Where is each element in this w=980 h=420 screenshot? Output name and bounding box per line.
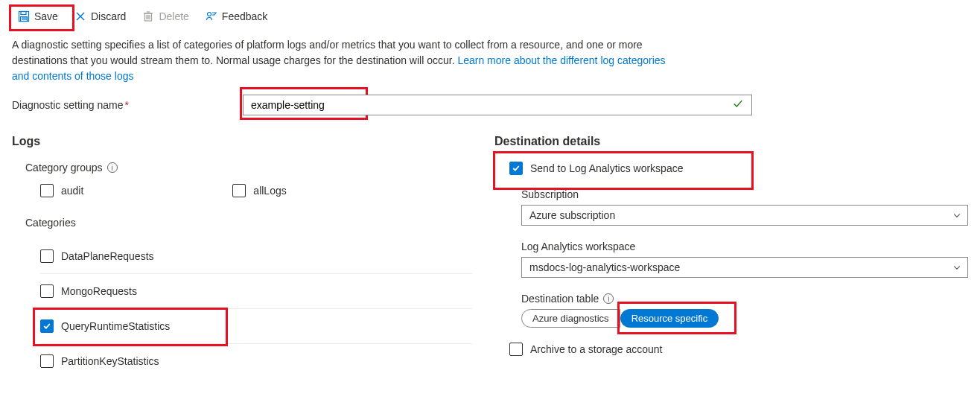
- audit-checkbox[interactable]: [40, 184, 54, 197]
- destination-table-label: Destination table i: [521, 293, 968, 305]
- chevron-down-icon: [952, 211, 961, 220]
- categories-label: Categories: [25, 217, 472, 229]
- dataplane-checkbox[interactable]: [40, 249, 54, 263]
- workspace-select[interactable]: msdocs-log-analytics-workspace: [521, 257, 968, 278]
- description-text: A diagnostic setting specifies a list of…: [12, 37, 667, 84]
- feedback-label: Feedback: [222, 10, 267, 22]
- svg-rect-1: [21, 12, 26, 15]
- delete-button: Delete: [136, 7, 194, 25]
- subscription-select[interactable]: Azure subscription: [521, 205, 968, 226]
- discard-button[interactable]: Discard: [69, 7, 132, 25]
- close-icon: [74, 10, 86, 22]
- logs-heading: Logs: [12, 135, 472, 148]
- save-icon: [18, 10, 30, 22]
- feedback-icon: [206, 10, 217, 22]
- query-checkbox[interactable]: [40, 319, 54, 333]
- setting-name-label: Diagnostic setting name*: [12, 99, 243, 111]
- setting-name-input[interactable]: [243, 95, 752, 115]
- archive-checkbox[interactable]: [509, 343, 523, 356]
- mongo-checkbox[interactable]: [40, 284, 54, 298]
- discard-label: Discard: [91, 10, 126, 22]
- mongo-label: MongoRequests: [61, 285, 137, 297]
- send-log-analytics-label: Send to Log Analytics workspace: [530, 162, 683, 174]
- delete-label: Delete: [159, 10, 188, 22]
- azure-diagnostics-pill[interactable]: Azure diagnostics: [521, 309, 620, 328]
- destination-heading: Destination details: [494, 135, 968, 148]
- info-icon[interactable]: i: [107, 162, 118, 173]
- archive-label: Archive to a storage account: [530, 343, 662, 355]
- info-icon[interactable]: i: [603, 293, 614, 304]
- partition-label: PartitionKeyStatistics: [61, 355, 159, 367]
- trash-icon: [142, 10, 154, 22]
- category-groups-label: Category groups i: [25, 162, 472, 174]
- feedback-button[interactable]: Feedback: [200, 7, 273, 25]
- audit-label: audit: [61, 185, 83, 197]
- save-button[interactable]: Save: [12, 7, 64, 25]
- valid-check-icon: [733, 99, 743, 112]
- chevron-down-icon: [952, 263, 961, 272]
- save-label: Save: [34, 10, 58, 22]
- alllogs-checkbox[interactable]: [232, 184, 246, 197]
- partition-checkbox[interactable]: [40, 354, 54, 368]
- dataplane-label: DataPlaneRequests: [61, 250, 154, 262]
- alllogs-label: allLogs: [253, 185, 286, 197]
- workspace-label: Log Analytics workspace: [521, 241, 968, 252]
- svg-point-13: [207, 13, 211, 16]
- query-label: QueryRuntimeStatistics: [61, 320, 170, 332]
- resource-specific-pill[interactable]: Resource specific: [620, 309, 719, 328]
- subscription-label: Subscription: [521, 188, 968, 200]
- send-log-analytics-checkbox[interactable]: [509, 162, 523, 175]
